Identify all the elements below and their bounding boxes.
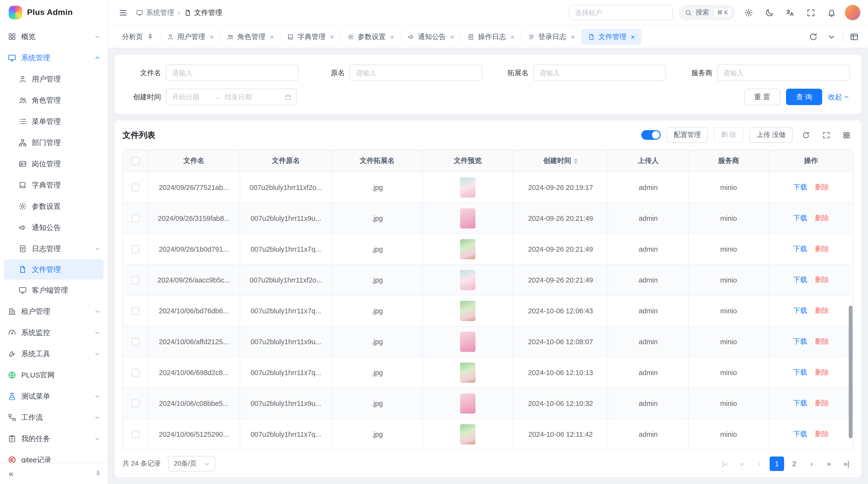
sidebar-item-tools[interactable]: 系统工具	[0, 343, 107, 364]
hamburger-menu-icon[interactable]	[116, 5, 130, 20]
row-checkbox[interactable]	[131, 430, 139, 438]
delete-link[interactable]: 删除	[815, 337, 829, 346]
file-preview-thumbnail[interactable]	[460, 393, 475, 413]
file-preview-thumbnail[interactable]	[460, 300, 475, 321]
download-link[interactable]: 下载	[793, 306, 807, 315]
user-avatar[interactable]	[845, 5, 860, 20]
close-icon[interactable]: ×	[210, 33, 214, 40]
sidebar-item-gauge[interactable]: 系统监控	[0, 322, 107, 343]
delete-link[interactable]: 删除	[815, 214, 829, 223]
file-preview-thumbnail[interactable]	[460, 331, 475, 352]
date-range-picker[interactable]: →	[166, 89, 297, 105]
column-header[interactable]: 操作	[769, 150, 853, 172]
file-preview-thumbnail[interactable]	[460, 270, 475, 290]
tab-users[interactable]: 角色管理×	[220, 29, 280, 44]
end-date-input[interactable]	[224, 93, 264, 101]
row-checkbox[interactable]	[131, 338, 139, 346]
sidebar-item-client[interactable]: 客户端管理	[0, 280, 107, 301]
close-icon[interactable]: ×	[631, 33, 635, 40]
download-link[interactable]: 下载	[793, 245, 807, 254]
sidebar-item-list[interactable]: 菜单管理	[0, 111, 107, 132]
file-preview-thumbnail[interactable]	[460, 424, 475, 444]
layout-panels-icon[interactable]	[847, 29, 861, 44]
delete-link[interactable]: 删除	[815, 306, 829, 315]
page-size-select[interactable]: 20条/页	[168, 456, 216, 472]
row-checkbox[interactable]	[131, 215, 139, 222]
next-page-button[interactable]: ›	[804, 456, 819, 471]
download-link[interactable]: 下载	[793, 337, 807, 346]
sidebar-item-book[interactable]: 字典管理	[0, 174, 107, 196]
column-header[interactable]: 上传人	[608, 150, 688, 172]
delete-link[interactable]: 删除	[815, 368, 829, 377]
sidebar-item-git[interactable]: gitee记录	[0, 449, 107, 463]
sidebar-item-task[interactable]: 我的任务	[0, 428, 107, 449]
dark-mode-moon-icon[interactable]	[762, 5, 776, 20]
sidebar-item-user[interactable]: 用户管理	[0, 68, 107, 90]
delete-link[interactable]: 删除	[815, 399, 829, 408]
query-button[interactable]: 查 询	[786, 89, 822, 105]
sidebar-item-file[interactable]: 文件管理	[4, 259, 104, 280]
sidebar-pin-icon[interactable]	[94, 470, 102, 477]
download-link[interactable]: 下载	[793, 429, 807, 439]
tab-log[interactable]: 操作日志×	[461, 29, 521, 44]
fullscreen-icon[interactable]	[819, 128, 833, 142]
collapse-filters-link[interactable]: 收起	[828, 92, 850, 101]
row-checkbox[interactable]	[131, 246, 139, 253]
tab-megaphone[interactable]: 通知公告×	[401, 29, 461, 44]
file-preview-thumbnail[interactable]	[460, 177, 475, 197]
tab-file[interactable]: 文件管理×	[581, 29, 641, 44]
close-icon[interactable]: ×	[270, 33, 274, 40]
breadcrumb-item[interactable]: 系统管理	[136, 8, 174, 17]
page-number-button[interactable]: 1	[770, 456, 784, 471]
row-checkbox[interactable]	[131, 369, 139, 377]
tenant-select-input[interactable]	[569, 5, 673, 20]
row-checkbox[interactable]	[131, 276, 139, 284]
sidebar-item-org[interactable]: 部门管理	[0, 132, 107, 153]
file-preview-thumbnail[interactable]	[460, 208, 475, 228]
column-header[interactable]: 文件原名	[240, 150, 332, 172]
download-link[interactable]: 下载	[793, 183, 807, 192]
translate-icon[interactable]	[783, 5, 797, 20]
row-checkbox[interactable]	[131, 400, 139, 407]
row-checkbox[interactable]	[131, 307, 139, 315]
delete-link[interactable]: 删除	[815, 275, 829, 284]
column-header[interactable]: 文件名	[148, 150, 240, 172]
tab-user[interactable]: 用户管理×	[160, 29, 220, 44]
sidebar-item-flask[interactable]: 测试菜单	[0, 386, 107, 407]
sidebar-item-log[interactable]: 日志管理	[0, 238, 107, 259]
download-link[interactable]: 下载	[793, 214, 807, 223]
breadcrumb-item[interactable]: 文件管理	[184, 8, 222, 17]
sidebar-item-globe[interactable]: PLUS官网	[0, 364, 107, 386]
reset-button[interactable]: 重 置	[744, 89, 780, 105]
sidebar-item-monitor[interactable]: 系统管理	[0, 47, 107, 68]
delete-link[interactable]: 删除	[815, 245, 829, 254]
delete-button[interactable]: 删 除	[714, 127, 744, 143]
config-management-button[interactable]: 配置管理	[666, 127, 708, 143]
close-icon[interactable]: ×	[510, 33, 515, 40]
refresh-icon[interactable]	[806, 29, 820, 44]
toggle-switch[interactable]	[641, 130, 661, 140]
start-date-input[interactable]	[171, 93, 212, 101]
filter-input[interactable]	[533, 65, 666, 81]
sidebar-item-flow[interactable]: 工作流	[0, 407, 107, 428]
column-header[interactable]: 文件拓展名	[332, 150, 423, 172]
select-all-checkbox[interactable]	[131, 157, 139, 165]
delete-link[interactable]: 删除	[815, 183, 829, 192]
fast-prev-button[interactable]: «	[735, 456, 749, 471]
row-checkbox[interactable]	[131, 184, 139, 191]
column-header[interactable]: 创建时间	[513, 150, 608, 172]
sidebar-collapse-button[interactable]: «	[6, 468, 16, 479]
sidebar-item-megaphone[interactable]: 通知公告	[0, 217, 107, 238]
close-icon[interactable]: ×	[390, 33, 395, 40]
download-link[interactable]: 下载	[793, 368, 807, 377]
file-preview-thumbnail[interactable]	[460, 362, 475, 383]
global-search[interactable]: 搜索 ⌘ K	[679, 5, 735, 20]
tab-gear[interactable]: 参数设置×	[340, 29, 401, 44]
close-icon[interactable]: ×	[330, 33, 334, 40]
column-header[interactable]: 服务商	[688, 150, 769, 172]
grid-columns-icon[interactable]	[839, 128, 854, 142]
first-page-button[interactable]: |«	[717, 456, 732, 471]
filter-input[interactable]	[350, 65, 482, 81]
fullscreen-icon[interactable]	[803, 5, 818, 20]
filter-input[interactable]	[166, 65, 299, 81]
